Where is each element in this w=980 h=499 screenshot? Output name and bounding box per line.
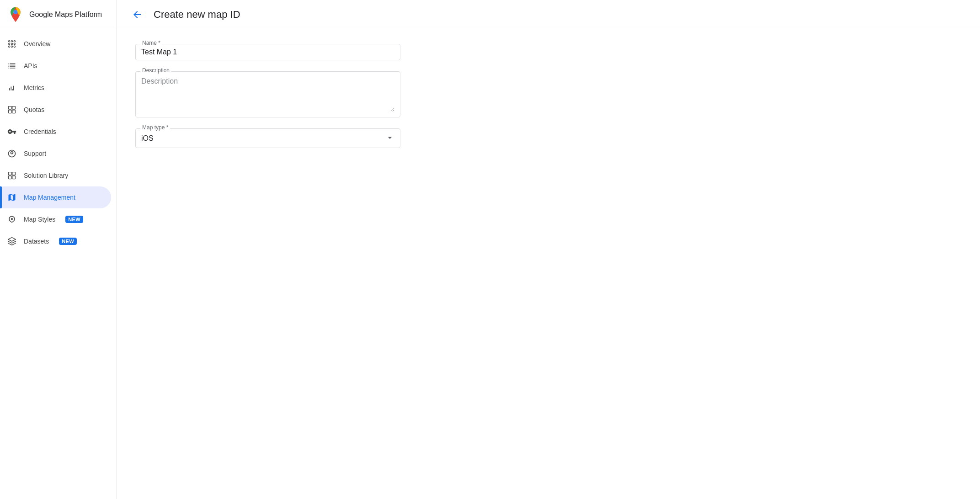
sidebar-item-credentials-label: Credentials: [24, 128, 56, 135]
main-content: Create new map ID Name * Description Map…: [117, 0, 980, 499]
sidebar-item-support-label: Support: [24, 150, 46, 157]
svg-rect-12: [9, 110, 12, 113]
overview-icon: [7, 39, 16, 48]
solution-library-icon: [7, 171, 16, 180]
description-field-wrapper: Description: [135, 71, 400, 117]
map-type-label: Map type *: [140, 125, 170, 130]
sidebar-item-metrics[interactable]: Metrics: [0, 77, 111, 99]
credentials-icon: [7, 127, 16, 136]
sidebar-item-credentials[interactable]: Credentials: [0, 121, 111, 143]
sidebar-item-map-management-label: Map Management: [24, 194, 75, 201]
google-maps-logo: [7, 6, 24, 23]
sidebar-item-apis[interactable]: APIs: [0, 55, 111, 77]
sidebar-item-support[interactable]: Support: [0, 143, 111, 165]
sidebar-header: Google Maps Platform: [0, 0, 117, 29]
name-field-wrapper: Name *: [135, 44, 400, 60]
svg-rect-14: [9, 172, 12, 175]
sidebar-item-datasets[interactable]: Datasets NEW: [0, 230, 111, 252]
sidebar-item-map-styles-label: Map Styles: [24, 216, 55, 223]
svg-rect-11: [12, 106, 16, 110]
back-button[interactable]: [128, 5, 146, 24]
description-label: Description: [140, 68, 171, 73]
sidebar-item-map-styles[interactable]: Map Styles NEW: [0, 208, 111, 230]
sidebar-item-overview[interactable]: Overview: [0, 33, 111, 55]
sidebar: Google Maps Platform Ov: [0, 0, 117, 499]
svg-rect-17: [12, 176, 16, 179]
map-type-select[interactable]: JavaScript Android iOS: [136, 129, 400, 148]
svg-rect-16: [9, 176, 12, 179]
sidebar-item-datasets-label: Datasets: [24, 238, 49, 245]
map-styles-icon: [7, 215, 16, 224]
svg-point-18: [11, 218, 13, 220]
description-field-group: Description: [135, 71, 400, 117]
sidebar-item-overview-label: Overview: [24, 40, 50, 48]
quotas-icon: [7, 105, 16, 114]
datasets-icon: [7, 237, 16, 246]
svg-point-5: [11, 43, 12, 44]
sidebar-item-quotas-label: Quotas: [24, 106, 44, 113]
name-field-group: Name *: [135, 44, 400, 60]
sidebar-item-apis-label: APIs: [24, 62, 37, 69]
sidebar-item-metrics-label: Metrics: [24, 84, 44, 91]
map-type-field-group: Map type * JavaScript Android iOS: [135, 128, 400, 148]
map-management-icon: [7, 193, 16, 202]
nav-list: Overview APIs Metrics: [0, 29, 117, 256]
sidebar-item-quotas[interactable]: Quotas: [0, 99, 111, 121]
support-icon: [7, 149, 16, 158]
metrics-icon: [7, 83, 16, 92]
back-arrow-icon: [132, 9, 143, 20]
page-title: Create new map ID: [154, 9, 240, 21]
sidebar-item-solution-library[interactable]: Solution Library: [0, 165, 111, 186]
apis-icon: [7, 61, 16, 70]
svg-rect-10: [9, 106, 12, 110]
name-label: Name *: [140, 40, 162, 46]
main-header: Create new map ID: [117, 0, 980, 29]
name-input[interactable]: [141, 48, 394, 56]
map-type-select-wrapper: Map type * JavaScript Android iOS: [135, 128, 400, 148]
content-area: Name * Description Map type * JavaScript…: [117, 29, 980, 499]
sidebar-title: Google Maps Platform: [29, 10, 102, 19]
svg-rect-15: [12, 172, 16, 175]
map-styles-badge: NEW: [65, 216, 83, 223]
sidebar-item-map-management[interactable]: Map Management: [0, 186, 111, 208]
description-input[interactable]: [141, 75, 394, 112]
sidebar-item-solution-library-label: Solution Library: [24, 172, 68, 179]
svg-rect-13: [12, 110, 16, 113]
datasets-badge: NEW: [59, 238, 77, 245]
